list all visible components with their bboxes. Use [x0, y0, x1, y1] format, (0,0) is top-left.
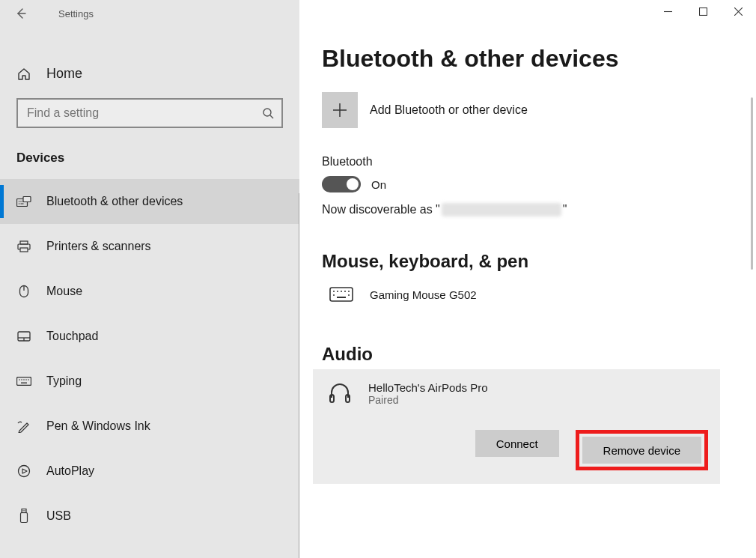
add-device-label: Add Bluetooth or other device	[370, 103, 528, 117]
bluetooth-heading: Bluetooth	[322, 155, 734, 169]
svg-point-38	[337, 291, 338, 292]
toggle-knob	[347, 178, 359, 190]
bluetooth-toggle[interactable]	[322, 176, 361, 192]
svg-point-19	[19, 379, 20, 380]
plus-tile	[322, 92, 358, 128]
nav-label: AutoPlay	[46, 464, 94, 478]
keyboard-device-icon	[326, 287, 356, 302]
headphones-icon	[325, 381, 355, 404]
svg-rect-9	[21, 204, 24, 204]
scrollbar[interactable]	[751, 97, 753, 270]
svg-point-6	[20, 201, 21, 201]
pen-icon	[16, 419, 31, 433]
page-title: Bluetooth & other devices	[322, 45, 734, 73]
nav-label: Bluetooth & other devices	[46, 195, 183, 208]
plus-icon	[332, 102, 348, 118]
keyboard-devices-icon	[16, 196, 31, 207]
remove-device-highlight: Remove device	[576, 430, 708, 470]
home-label: Home	[46, 66, 82, 82]
touchpad-icon	[16, 331, 31, 342]
nav-label: Printers & scanners	[46, 240, 151, 253]
svg-rect-12	[20, 248, 28, 252]
svg-rect-28	[23, 510, 24, 512]
svg-point-21	[23, 379, 25, 380]
main-panel: Bluetooth & other devices Add Bluetooth …	[299, 0, 756, 558]
remove-device-button[interactable]: Remove device	[582, 437, 701, 464]
back-button[interactable]	[10, 3, 31, 24]
nav-label: Pen & Windows Ink	[46, 419, 150, 433]
usb-icon	[16, 509, 31, 524]
redacted-device-name	[442, 203, 561, 216]
nav-item-printers[interactable]: Printers & scanners	[0, 224, 299, 269]
svg-rect-26	[22, 509, 26, 513]
home-nav[interactable]: Home	[0, 55, 299, 92]
bluetooth-toggle-state: On	[371, 178, 386, 191]
svg-point-25	[19, 466, 30, 477]
discoverable-prefix: Now discoverable as "	[322, 203, 440, 216]
home-icon	[16, 67, 31, 81]
svg-point-39	[341, 291, 342, 292]
device-card-airpods[interactable]: HelloTech's AirPods Pro Paired Connect R…	[313, 369, 720, 484]
nav-item-typing[interactable]: Typing	[0, 359, 299, 404]
add-device-button[interactable]: Add Bluetooth or other device	[322, 92, 734, 128]
discoverable-suffix: "	[563, 203, 567, 216]
printer-icon	[16, 240, 31, 253]
device-name: HelloTech's AirPods Pro	[368, 381, 488, 394]
svg-point-8	[19, 203, 19, 204]
app-title: Settings	[58, 8, 94, 19]
svg-point-7	[22, 201, 23, 201]
svg-point-41	[348, 291, 350, 292]
svg-point-20	[21, 379, 22, 380]
nav-label: USB	[46, 509, 71, 523]
svg-point-37	[333, 291, 335, 292]
mouse-icon	[16, 285, 31, 298]
nav-item-bluetooth[interactable]: Bluetooth & other devices	[0, 179, 299, 224]
nav-item-usb[interactable]: USB	[0, 494, 299, 539]
svg-rect-27	[21, 513, 28, 523]
nav-item-mouse[interactable]: Mouse	[0, 269, 299, 314]
mouse-section-heading: Mouse, keyboard, & pen	[322, 251, 734, 272]
nav-label: Mouse	[46, 285, 82, 298]
svg-point-40	[344, 291, 346, 292]
nav-item-pen[interactable]: Pen & Windows Ink	[0, 404, 299, 449]
nav-item-touchpad[interactable]: Touchpad	[0, 314, 299, 359]
sidebar: Settings Home Devices Bluetooth & other …	[0, 0, 299, 558]
keyboard-icon	[16, 377, 31, 386]
svg-rect-36	[330, 288, 353, 301]
device-status: Paired	[368, 394, 488, 406]
svg-point-22	[25, 379, 27, 380]
nav-list: Bluetooth & other devices Printers & sca…	[0, 179, 299, 558]
nav-label: Touchpad	[46, 330, 98, 343]
discoverable-text: Now discoverable as " "	[322, 203, 734, 216]
svg-rect-29	[25, 510, 25, 512]
svg-rect-10	[20, 241, 28, 244]
svg-rect-44	[337, 297, 346, 298]
svg-point-42	[333, 294, 335, 296]
svg-point-5	[19, 201, 19, 201]
category-heading: Devices	[0, 143, 299, 179]
svg-point-43	[348, 294, 350, 296]
device-row-mouse[interactable]: Gaming Mouse G502	[322, 282, 734, 306]
nav-item-autoplay[interactable]: AutoPlay	[0, 449, 299, 494]
device-name: Gaming Mouse G502	[370, 288, 477, 301]
svg-rect-18	[17, 377, 31, 386]
svg-rect-4	[23, 197, 31, 202]
autoplay-icon	[16, 464, 31, 478]
search-input[interactable]	[16, 98, 283, 128]
nav-label: Typing	[46, 374, 82, 388]
svg-rect-24	[21, 383, 27, 383]
back-arrow-icon	[15, 7, 27, 19]
audio-section-heading: Audio	[322, 344, 720, 365]
connect-button[interactable]: Connect	[475, 430, 559, 457]
svg-point-23	[28, 379, 29, 380]
